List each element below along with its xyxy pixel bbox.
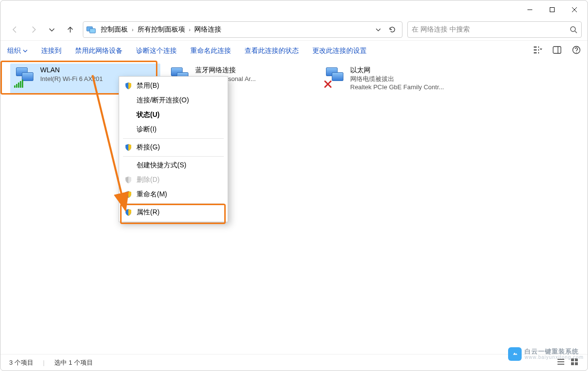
watermark: 白云一键重装系统 www.baiyunxitong.com <box>508 347 584 361</box>
status-selected: 选中 1 个项目 <box>54 358 93 367</box>
maximize-button[interactable] <box>541 2 563 17</box>
watermark-title: 白云一键重装系统 <box>525 348 584 355</box>
breadcrumb-item[interactable]: 控制面板 <box>99 25 130 34</box>
shield-icon <box>124 208 133 217</box>
context-menu-rename[interactable]: 重命名(M) <box>119 187 228 202</box>
recent-locations-button[interactable] <box>43 21 61 38</box>
svg-rect-12 <box>538 49 539 50</box>
context-menu-label: 连接/断开连接(O) <box>137 96 189 105</box>
organize-menu[interactable]: 组织 <box>7 47 28 55</box>
svg-rect-13 <box>538 52 539 53</box>
divider: | <box>43 359 45 366</box>
context-menu-label: 禁用(B) <box>137 81 159 90</box>
address-bar[interactable]: 控制面板 › 所有控制面板项 › 网络连接 <box>83 21 402 38</box>
diagnose-button[interactable]: 诊断这个连接 <box>136 47 177 55</box>
context-menu-label: 诊断(I) <box>137 125 156 134</box>
context-menu-create-shortcut[interactable]: 创建快捷方式(S) <box>119 158 228 173</box>
context-menu-label: 桥接(G) <box>137 143 160 152</box>
context-menu-bridge[interactable]: 桥接(G) <box>119 140 228 155</box>
status-bar: 3 个项目 | 选中 1 个项目 <box>0 354 588 371</box>
svg-rect-10 <box>534 52 537 53</box>
search-placeholder: 在 网络连接 中搜索 <box>412 25 470 34</box>
search-input[interactable]: 在 网络连接 中搜索 <box>407 21 582 38</box>
chevron-down-icon[interactable] <box>375 26 382 33</box>
svg-rect-21 <box>557 364 564 365</box>
context-menu-label: 状态(U) <box>137 111 159 119</box>
context-menu-diagnose[interactable]: 诊断(I) <box>119 122 228 137</box>
shield-icon <box>124 143 133 152</box>
shield-icon <box>124 81 133 90</box>
disable-device-button[interactable]: 禁用此网络设备 <box>75 47 123 55</box>
context-menu-label: 删除(D) <box>137 176 159 184</box>
svg-rect-5 <box>90 29 95 33</box>
svg-rect-11 <box>538 47 539 48</box>
rename-button[interactable]: 重命名此连接 <box>190 47 231 55</box>
context-menu-label: 重命名(M) <box>137 190 167 199</box>
svg-rect-9 <box>534 49 537 50</box>
watermark-url: www.baiyunxitong.com <box>525 355 584 360</box>
context-menu-properties[interactable]: 属性(R) <box>119 205 228 220</box>
svg-rect-25 <box>575 362 578 365</box>
shield-icon <box>124 176 133 184</box>
svg-rect-24 <box>571 362 574 365</box>
search-icon <box>570 26 577 33</box>
preview-pane-button[interactable] <box>553 46 561 56</box>
svg-rect-8 <box>534 47 537 48</box>
context-menu-connect-disconnect[interactable]: 连接/断开连接(O) <box>119 93 228 108</box>
svg-point-17 <box>576 52 577 53</box>
context-menu-separator <box>123 203 224 204</box>
context-menu-label: 创建快捷方式(S) <box>137 161 186 170</box>
ethernet-icon <box>323 65 346 89</box>
adapter-name: WLAN <box>40 65 103 75</box>
close-button[interactable] <box>563 2 586 17</box>
change-settings-button[interactable]: 更改此连接的设置 <box>312 47 367 55</box>
breadcrumb-item[interactable]: 网络连接 <box>192 25 223 34</box>
svg-rect-14 <box>553 47 561 53</box>
context-menu-delete: 删除(D) <box>119 173 228 187</box>
view-options-button[interactable] <box>533 46 542 56</box>
navigation-bar: 控制面板 › 所有控制面板项 › 网络连接 在 网络连接 中搜索 <box>0 19 588 40</box>
svg-rect-20 <box>557 361 564 362</box>
context-menu-disable[interactable]: 禁用(B) <box>119 79 228 93</box>
chevron-right-icon: › <box>188 27 192 32</box>
context-menu-separator <box>123 138 224 139</box>
shield-icon <box>124 190 133 199</box>
context-menu-separator <box>123 156 224 157</box>
adapter-name: 蓝牙网络连接 <box>195 65 256 75</box>
wlan-icon <box>13 65 36 89</box>
control-panel-icon <box>86 25 96 34</box>
minimize-button[interactable] <box>519 2 541 17</box>
watermark-logo-icon <box>508 347 522 361</box>
command-bar: 组织 连接到 禁用此网络设备 诊断这个连接 重命名此连接 查看此连接的状态 更改… <box>0 40 588 61</box>
disconnected-x-icon <box>323 79 333 89</box>
svg-point-6 <box>571 27 575 32</box>
back-button[interactable] <box>6 21 24 38</box>
connect-to-button[interactable]: 连接到 <box>41 47 62 55</box>
adapter-name: 以太网 <box>350 65 444 75</box>
adapter-device: Intel(R) Wi-Fi 6 AX201 <box>40 75 103 83</box>
forward-button[interactable] <box>25 21 42 38</box>
context-menu: 禁用(B) 连接/断开连接(O) 状态(U) 诊断(I) 桥接(G) 创建快捷方… <box>119 76 228 222</box>
breadcrumb-item[interactable]: 所有控制面板项 <box>136 25 187 34</box>
context-menu-label: 属性(R) <box>137 208 159 217</box>
refresh-icon[interactable] <box>388 26 396 33</box>
adapter-device: Realtek PCIe GbE Family Contr... <box>350 83 444 92</box>
adapter-status: 网络电缆被拔出 <box>350 75 444 83</box>
context-menu-status[interactable]: 状态(U) <box>119 108 228 122</box>
view-status-button[interactable]: 查看此连接的状态 <box>245 47 299 55</box>
chevron-down-icon <box>23 48 28 53</box>
adapter-item-ethernet[interactable]: 以太网 网络电缆被拔出 Realtek PCIe GbE Family Cont… <box>320 64 470 95</box>
title-bar <box>0 0 588 19</box>
svg-rect-1 <box>550 8 555 12</box>
help-button[interactable] <box>572 46 581 56</box>
content-area: WLAN Intel(R) Wi-Fi 6 AX201 蓝牙网络连接 Devic… <box>0 61 588 352</box>
chevron-right-icon: › <box>131 27 135 32</box>
up-button[interactable] <box>62 21 79 38</box>
svg-line-7 <box>575 31 577 33</box>
status-count: 3 个项目 <box>9 358 33 367</box>
